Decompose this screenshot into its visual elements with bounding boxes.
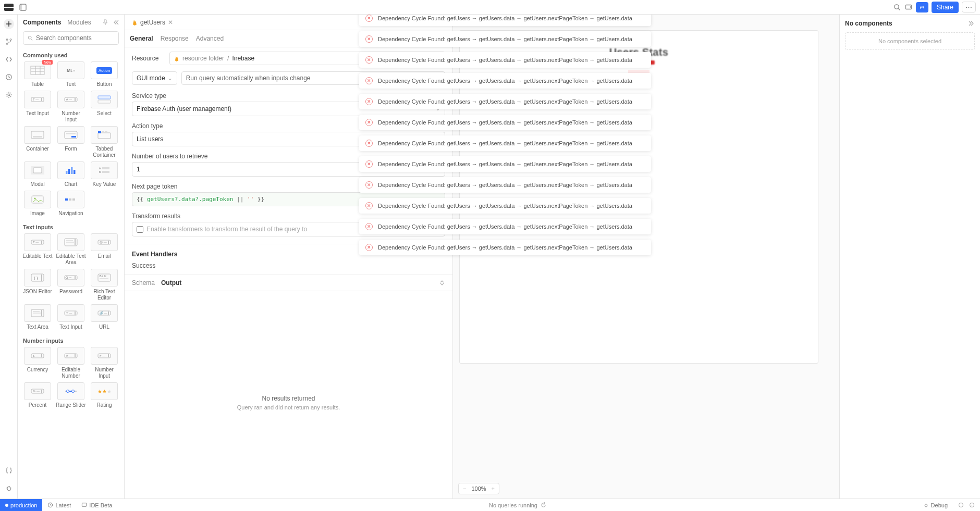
component-percent[interactable]: % —Percent [22, 382, 53, 408]
component-url[interactable]: 🔗 —URL [89, 304, 120, 330]
component-text-input[interactable]: T —Text Input [22, 91, 53, 123]
component-tabbed-container[interactable]: Tabbed Container [89, 126, 120, 158]
event-handler-success[interactable]: Success [125, 260, 452, 275]
component-image[interactable]: Image [22, 191, 53, 217]
expand-inspector-icon[interactable] [969, 20, 975, 27]
settings-icon[interactable] [4, 90, 14, 100]
subtab-advanced[interactable]: Advanced [196, 35, 224, 42]
status-refresh-icon[interactable] [958, 502, 964, 508]
gui-mode-select[interactable]: GUI mode ⌄ [132, 71, 177, 85]
close-icon[interactable]: ✕ [365, 244, 373, 251]
refresh-icon[interactable] [541, 502, 546, 508]
svg-rect-47 [32, 196, 43, 203]
braces-icon[interactable] [4, 465, 14, 476]
component-password[interactable]: ••Password [55, 269, 87, 301]
component-thumb: AB [91, 161, 118, 179]
zoom-out-icon[interactable]: − [463, 485, 466, 492]
component-navigation[interactable]: Navigation [55, 191, 87, 217]
component-range-slider[interactable]: Range Slider [55, 382, 87, 408]
close-icon[interactable]: ✕ [365, 160, 373, 168]
component-number-input[interactable]: # —Number Input [89, 347, 120, 379]
component-select[interactable]: Select [89, 91, 120, 123]
close-icon[interactable]: ✕ [365, 98, 373, 105]
more-button[interactable]: ⋯ [962, 2, 976, 13]
status-ide-beta[interactable]: IDE Beta [76, 502, 117, 508]
component-modal[interactable]: Modal [22, 161, 53, 188]
close-icon[interactable]: ✕ [365, 140, 373, 147]
close-icon[interactable]: ✕ [365, 15, 373, 22]
code-icon[interactable] [4, 54, 14, 65]
component-editable-text[interactable]: T —Editable Text [22, 233, 53, 266]
close-icon[interactable]: ✕ [365, 77, 373, 84]
history-icon[interactable] [4, 72, 14, 82]
warning-text: Dependency Cycle Found: getUsers → getUs… [378, 119, 632, 126]
component-key-value[interactable]: ABKey Value [89, 161, 120, 188]
transform-checkbox[interactable] [137, 226, 143, 233]
component-editable-text-area[interactable]: Editable Text Area [55, 233, 87, 266]
warning-text: Dependency Cycle Found: getUsers → getUs… [378, 140, 632, 146]
component-text-area[interactable]: Text Area [22, 304, 53, 330]
resource-label: Resource [132, 55, 164, 62]
close-icon[interactable]: ✕ [365, 181, 373, 189]
pin-icon[interactable] [102, 19, 108, 26]
component-number-input[interactable]: # —Number Input [55, 91, 87, 123]
component-label: Password [59, 289, 82, 295]
status-debug-label: Debug [931, 502, 948, 508]
logo[interactable] [4, 4, 14, 11]
query-tab-getusers[interactable]: getUsers ✕ [130, 19, 175, 26]
zoom-control[interactable]: − 100% + [458, 483, 499, 494]
canvas[interactable]: Main Users Stats 0 ✕Dependency Cycle Fou… [453, 15, 839, 498]
output-empty-subtitle: Query ran and did not return any results… [237, 404, 340, 410]
component-email[interactable]: @ —Email [89, 233, 120, 266]
preview-icon[interactable] [904, 3, 913, 11]
expand-icon[interactable] [439, 280, 445, 286]
bug-icon[interactable] [4, 483, 14, 493]
collapse-icon[interactable] [113, 19, 119, 26]
link-button[interactable] [916, 2, 928, 13]
svg-rect-4 [905, 5, 911, 9]
env-production[interactable]: production [0, 499, 42, 511]
svg-text:# —: # — [66, 354, 72, 357]
subtab-general[interactable]: General [130, 35, 153, 42]
svg-line-14 [31, 39, 33, 41]
component-label: Navigation [58, 210, 83, 217]
component-button[interactable]: ActionButton [89, 61, 120, 88]
component-thumb: # — [57, 91, 84, 108]
panel-toggle-icon[interactable] [19, 3, 27, 11]
tab-components[interactable]: Components [23, 19, 61, 26]
status-info-icon[interactable] [969, 502, 975, 508]
svg-rect-33 [98, 133, 111, 139]
component-rich-text-editor[interactable]: BIURich Text Editor [89, 269, 120, 301]
close-icon[interactable]: ✕ [365, 119, 373, 126]
zoom-in-icon[interactable]: + [492, 485, 495, 492]
component-currency[interactable]: $ —Currency [22, 347, 53, 379]
branch-icon[interactable] [4, 36, 14, 47]
search-icon[interactable] [893, 3, 901, 11]
add-icon[interactable] [4, 19, 14, 29]
close-icon[interactable]: ✕ [365, 35, 373, 43]
component-container[interactable]: Container [22, 126, 53, 158]
close-icon[interactable]: ✕ [168, 19, 173, 26]
component-text-input[interactable]: T —Text Input [55, 304, 87, 330]
close-icon[interactable]: ✕ [365, 223, 373, 230]
component-text[interactable]: M↓≡Text [55, 61, 87, 88]
component-table[interactable]: NewTable [22, 61, 53, 88]
component-editable-number[interactable]: # —Editable Number [55, 347, 87, 379]
schema-tab[interactable]: Schema [132, 279, 155, 286]
status-debug[interactable]: Debug [918, 502, 953, 508]
tab-modules[interactable]: Modules [67, 19, 91, 26]
close-icon[interactable]: ✕ [365, 56, 373, 64]
subtab-response[interactable]: Response [161, 35, 189, 42]
component-label: Container [26, 146, 48, 152]
status-latest[interactable]: Latest [42, 502, 76, 508]
close-icon[interactable]: ✕ [365, 202, 373, 209]
expr-op: || [233, 196, 247, 203]
output-tab[interactable]: Output [161, 279, 181, 286]
component-rating[interactable]: ★★★Rating [89, 382, 120, 408]
component-chart[interactable]: Chart [55, 161, 87, 188]
component-search[interactable] [23, 31, 119, 45]
component-search-input[interactable] [36, 34, 114, 42]
share-button[interactable]: Share [932, 2, 959, 13]
component-form[interactable]: Form [55, 126, 87, 158]
component-json-editor[interactable]: { }JSON Editor [22, 269, 53, 301]
